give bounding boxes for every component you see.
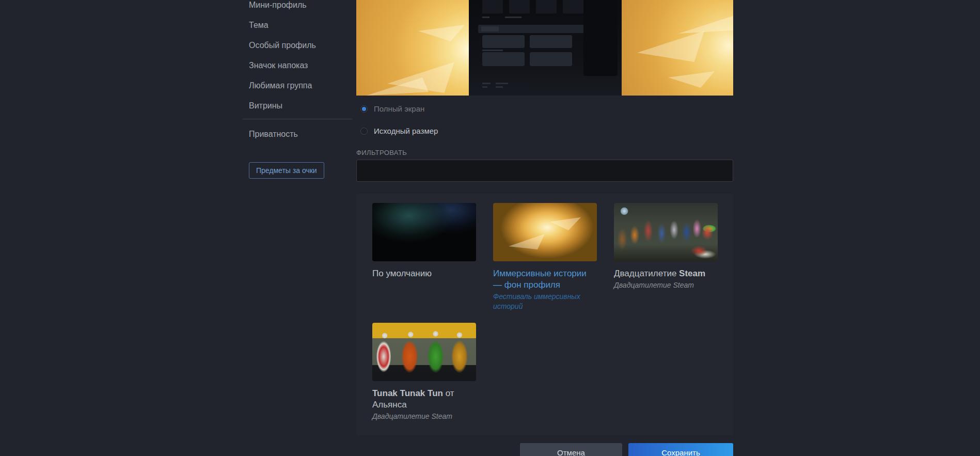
background-option-steam20[interactable]: Двадцатилетие Steam Двадцатилетие Steam (614, 203, 718, 290)
sidebar-item-theme[interactable]: Тема (249, 21, 268, 33)
background-option-default[interactable]: По умолчанию (372, 203, 476, 279)
sidebar-item-privacy[interactable]: Приватность (249, 130, 298, 142)
tunak-background-thumbnail (372, 323, 476, 381)
background-preview (356, 0, 733, 96)
sidebar-divider (243, 119, 352, 119)
radio-selected-icon (360, 105, 368, 113)
background-option-title: Двадцатилетие Steam (614, 268, 718, 279)
background-options-panel: По умолчанию Иммерсивные истории — фон п… (356, 194, 733, 435)
sidebar-item-showcases[interactable]: Витрины (249, 101, 282, 114)
background-option-subtitle: Фестиваль иммерсивных историй (493, 292, 583, 311)
filter-input[interactable] (356, 160, 733, 182)
profile-background-settings-page: Мини-профиль Тема Особый профиль Значок … (0, 0, 980, 456)
profile-preview-mockup (469, 0, 622, 96)
background-option-immersive[interactable]: Иммерсивные истории — фон профиля Фестив… (493, 203, 597, 311)
sidebar-item-custom-profile[interactable]: Особый профиль (249, 41, 316, 53)
sidebar-item-mini-profile[interactable]: Мини-профиль (249, 1, 307, 13)
background-option-subtitle: Двадцатилетие Steam (372, 412, 463, 421)
radio-fullscreen-label: Полный экран (374, 104, 424, 113)
radio-original-size-label: Исходный размер (374, 127, 438, 135)
filter-label: ФИЛЬТРОВАТЬ (356, 149, 407, 156)
cancel-button[interactable]: Отмена (520, 443, 622, 456)
radio-original-size[interactable]: Исходный размер (360, 127, 438, 135)
sidebar-item-favorite-group[interactable]: Любимая группа (249, 81, 312, 93)
background-option-title: Иммерсивные истории — фон профиля (493, 268, 597, 291)
background-option-title: По умолчанию (372, 268, 476, 279)
default-background-thumbnail (372, 203, 476, 261)
preview-gold-background-left (356, 0, 469, 96)
save-button[interactable]: Сохранить (628, 443, 733, 456)
background-option-tunak[interactable]: Tunak Tunak Tun от Альянса Двадцатилетие… (372, 323, 476, 421)
steam20-background-thumbnail (614, 203, 718, 261)
radio-unselected-icon (360, 128, 368, 135)
radio-fullscreen[interactable]: Полный экран (360, 104, 424, 113)
immersive-background-thumbnail (493, 203, 597, 261)
background-option-title: Tunak Tunak Tun от Альянса (372, 388, 476, 411)
points-items-button[interactable]: Предметы за очки (249, 162, 324, 179)
sidebar-item-featured-badge[interactable]: Значок напоказ (249, 61, 308, 73)
preview-gold-background-right (622, 0, 733, 96)
background-option-subtitle: Двадцатилетие Steam (614, 280, 704, 290)
